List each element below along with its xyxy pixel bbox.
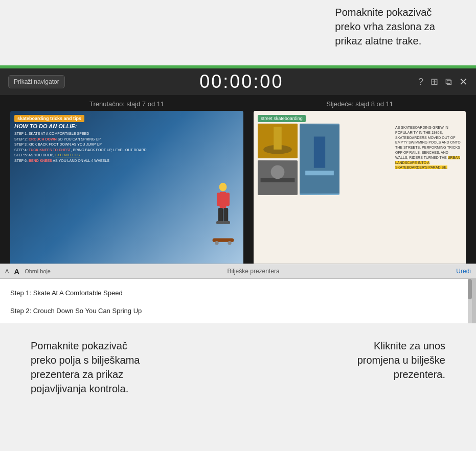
- ollie-step-6: STEP 6: BEND KNEES AS YOU LAND ON ALL 4 …: [14, 158, 213, 164]
- grid-icon[interactable]: ⊞: [430, 76, 438, 87]
- svg-rect-3: [225, 193, 229, 206]
- ollie-step-5: STEP 5: AS YOU DROP, EXTEND LEGS: [14, 153, 213, 158]
- svg-point-0: [219, 183, 226, 192]
- invert-colors-button[interactable]: Obrni boje: [25, 268, 51, 274]
- swap-icon[interactable]: ⧉: [445, 77, 452, 87]
- svg-point-30: [271, 165, 285, 179]
- scroll-thumb[interactable]: [468, 279, 472, 299]
- street-tag: street skateboarding: [258, 115, 306, 122]
- svg-point-10: [228, 241, 231, 245]
- svg-rect-24: [274, 127, 282, 150]
- bottom-annotations: Pomaknite pokazivač preko polja s bilješ…: [0, 323, 476, 451]
- edit-notes-button[interactable]: Uredi: [456, 268, 471, 275]
- presenter-notes-label: Bilješke prezentera: [56, 268, 451, 275]
- current-slide-label: Trenutačno: slajd 7 od 11: [10, 100, 243, 108]
- ollie-slide-title: HOW TO DO AN OLLIE:: [14, 123, 77, 129]
- top-annotation-text: Pomaknite pokazivač preko vrha zaslona z…: [335, 5, 435, 48]
- svg-rect-26: [305, 171, 334, 175]
- notes-toolbar: A A Obrni boje Bilješke prezentera Uredi: [0, 264, 476, 279]
- bottom-right-annotation: Kliknite za unos promjena u bilješke pre…: [302, 339, 445, 382]
- ollie-step-3: STEP 3: KICK BACK FOOT DOWN AS YOU JUMP …: [14, 142, 213, 148]
- svg-rect-4: [218, 208, 222, 222]
- notes-item-2: Step 2: Crouch Down So You Can Spring Up: [10, 302, 462, 320]
- bottom-left-annotation: Pomaknite pokazivač preko polja s bilješ…: [31, 339, 302, 396]
- font-size-small-button[interactable]: A: [5, 268, 9, 274]
- notes-item-1: Step 1: Skate At A Comfortable Speed: [10, 284, 462, 302]
- ollie-step-4: STEP 4: TUCK KNEES TO CHEST, BRING BACK …: [14, 148, 213, 153]
- show-navigator-button[interactable]: Prikaži navigator: [8, 75, 65, 88]
- ollie-step-2: STEP 2: CROUCH DOWN SO YOU CAN SPRING UP: [14, 137, 213, 143]
- svg-rect-5: [223, 208, 228, 222]
- ollie-steps: STEP 1: SKATE AT A COMFORTABLE SPEED STE…: [14, 131, 213, 163]
- street-photo-1: [258, 124, 298, 158]
- presenter-topbar: Prikaži navigator 00:00:00 ? ⊞ ⧉ ✕: [0, 68, 476, 95]
- next-slide-label: Sljedeće: slajd 8 od 11: [254, 100, 466, 108]
- ollie-step-1: STEP 1: SKATE AT A COMFORTABLE SPEED: [14, 131, 213, 137]
- topbar-icons: ? ⊞ ⧉ ✕: [418, 76, 468, 88]
- svg-rect-1: [219, 192, 226, 208]
- street-photo-3: [258, 160, 298, 195]
- street-photo-2: [300, 124, 339, 195]
- svg-rect-7: [223, 221, 230, 224]
- font-size-large-button[interactable]: A: [14, 267, 19, 276]
- street-text: AS SKATEBOARDING GREW IN POPULARITY IN T…: [395, 125, 462, 170]
- svg-point-9: [215, 241, 218, 245]
- svg-rect-6: [216, 221, 223, 224]
- help-icon[interactable]: ?: [418, 77, 423, 87]
- street-photos: [258, 124, 339, 195]
- svg-rect-2: [217, 193, 220, 206]
- close-icon[interactable]: ✕: [459, 76, 468, 88]
- ollie-slide-tag: skateboarding tricks and tips: [14, 115, 84, 122]
- timer-display: 00:00:00: [199, 71, 283, 92]
- top-annotation-area: Pomaknite pokazivač preko vrha zaslona z…: [0, 0, 476, 66]
- svg-rect-27: [314, 136, 325, 168]
